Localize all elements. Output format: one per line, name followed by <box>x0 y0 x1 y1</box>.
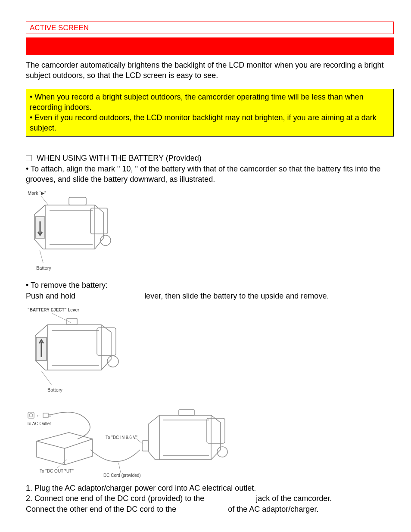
checkbox-icon <box>26 155 32 161</box>
fig3-dcin-label: To "DC IN 9.6 V" <box>106 435 137 440</box>
intro-paragraph: The camcorder automatically brightens th… <box>26 60 394 81</box>
fig2-lever-label: "BATTERY EJECT" Lever <box>28 308 79 312</box>
red-bar <box>26 37 394 55</box>
note-line-1: • When you record a bright subject outdo… <box>30 92 390 113</box>
fig1-battery-label: Battery <box>36 265 51 271</box>
svg-line-24 <box>134 437 143 444</box>
svg-line-7 <box>40 250 43 263</box>
ac-step-3: Connect the other end of the DC cord to … <box>26 504 394 514</box>
svg-rect-29 <box>179 410 194 415</box>
svg-rect-9 <box>97 328 116 355</box>
ac-step-2: 2. Connect one end of the DC cord (provi… <box>26 493 394 504</box>
svg-rect-25 <box>207 418 225 443</box>
battery-remove-line: Push and hold lever, then slide the batt… <box>26 291 394 301</box>
svg-point-17 <box>29 414 33 417</box>
ac-step-2a: 2. Connect one end of the DC cord (provi… <box>26 494 204 503</box>
figure-battery-eject: "BATTERY EJECT" Lever Battery <box>26 305 394 396</box>
svg-line-23 <box>118 463 121 473</box>
fig1-mark-label: Mark “▶” <box>28 190 46 196</box>
battery-heading: WHEN USING WITH THE BATTERY (Provided) <box>37 154 202 162</box>
fig2-battery-label: Battery <box>47 387 62 392</box>
svg-rect-30 <box>142 441 148 451</box>
fig3-dcoutput-label: To "DC OUTPUT" <box>40 469 74 473</box>
svg-rect-12 <box>67 318 77 325</box>
svg-rect-19 <box>43 413 48 417</box>
document-page: ACTIVE SCREEN The camcorder automaticall… <box>0 0 411 532</box>
svg-rect-6 <box>69 197 86 205</box>
ac-step-3a: Connect the other end of the DC cord to … <box>26 505 176 513</box>
battery-remove-intro: • To remove the battery: <box>26 280 394 290</box>
svg-line-0 <box>41 196 48 205</box>
ac-step-2b: jack of the camcorder. <box>256 494 332 503</box>
battery-heading-line: WHEN USING WITH THE BATTERY (Provided) <box>26 154 394 163</box>
notes-box: • When you record a bright subject outdo… <box>26 89 394 137</box>
svg-rect-1 <box>90 208 108 234</box>
svg-text:←: ← <box>36 413 41 419</box>
fig3-dccord-label: DC Cord (provided) <box>103 473 141 478</box>
note-line-2: • Even if you record outdoors, the LCD m… <box>30 112 390 134</box>
svg-rect-16 <box>28 412 34 418</box>
svg-line-22 <box>57 460 67 468</box>
figure-battery-attach: Mark “▶” Battery <box>26 189 394 275</box>
header-box: ACTIVE SCREEN <box>26 22 394 34</box>
figure-ac-adaptor: ← To AC Outlet To "DC OUTPUT" DC Cord (p… <box>26 409 394 478</box>
ac-step-1: 1. Plug the AC adaptor/charger power cor… <box>26 483 394 493</box>
svg-line-8 <box>52 313 71 323</box>
battery-remove-a: Push and hold <box>26 292 75 300</box>
svg-line-15 <box>41 371 52 385</box>
battery-attach-text: • To attach, align the mark " 10, " of t… <box>26 164 394 185</box>
header-label: ACTIVE SCREEN <box>30 24 89 32</box>
battery-remove-b: lever, then slide the battery to the ups… <box>144 292 329 300</box>
fig3-outlet-label: To AC Outlet <box>27 421 51 426</box>
ac-step-3b: of the AC adaptor/charger. <box>228 505 318 513</box>
